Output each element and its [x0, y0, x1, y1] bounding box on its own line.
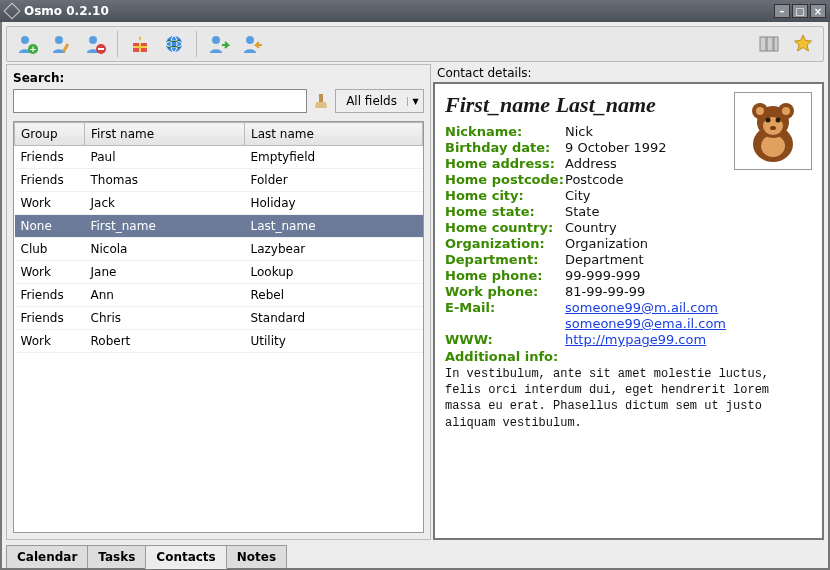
www-link[interactable]: http://mypage99.com — [565, 332, 706, 347]
contact-details-panel: First_name Last_name Nickname:NickBirthd… — [433, 82, 824, 540]
table-row[interactable]: WorkJaneLookup — [15, 261, 423, 284]
tab-contacts[interactable]: Contacts — [145, 545, 226, 569]
maximize-button[interactable]: □ — [792, 4, 808, 18]
add-contact-button[interactable]: + — [13, 30, 41, 58]
detail-label: Home city: — [445, 188, 565, 203]
columns-button[interactable] — [755, 30, 783, 58]
svg-rect-4 — [62, 43, 69, 52]
field-filter-dropdown[interactable]: All fields ▼ — [335, 89, 424, 113]
remove-contact-button[interactable] — [81, 30, 109, 58]
contacts-table[interactable]: Group First name Last name FriendsPaulEm… — [13, 121, 424, 533]
birthday-button[interactable] — [126, 30, 154, 58]
detail-value: City — [565, 188, 812, 203]
detail-value: 81-99-99-99 — [565, 284, 812, 299]
tab-calendar[interactable]: Calendar — [6, 545, 88, 568]
table-row[interactable]: FriendsChrisStandard — [15, 307, 423, 330]
svg-point-28 — [766, 118, 771, 123]
minimize-button[interactable]: – — [774, 4, 790, 18]
col-first[interactable]: First name — [85, 123, 245, 146]
svg-text:+: + — [29, 44, 37, 54]
web-button[interactable] — [160, 30, 188, 58]
detail-label: Organization: — [445, 236, 565, 251]
svg-point-15 — [246, 36, 254, 44]
window-title: Osmo 0.2.10 — [24, 4, 772, 18]
svg-rect-16 — [760, 37, 766, 51]
contacts-list-pane: Search: All fields ▼ Group First name La… — [6, 64, 431, 540]
svg-point-0 — [21, 36, 29, 44]
detail-label: WWW: — [445, 332, 565, 347]
table-row[interactable]: FriendsAnnRebel — [15, 284, 423, 307]
tab-notes[interactable]: Notes — [226, 545, 287, 568]
detail-label: Home postcode: — [445, 172, 565, 187]
col-group[interactable]: Group — [15, 123, 85, 146]
tab-tasks[interactable]: Tasks — [87, 545, 146, 568]
search-input[interactable] — [13, 89, 307, 113]
detail-value: Postcode — [565, 172, 812, 187]
table-row[interactable]: FriendsPaulEmptyfield — [15, 146, 423, 169]
table-row[interactable]: FriendsThomasFolder — [15, 169, 423, 192]
detail-label: E-Mail: — [445, 300, 565, 315]
svg-point-11 — [166, 36, 182, 52]
detail-label: Home state: — [445, 204, 565, 219]
col-last[interactable]: Last name — [245, 123, 423, 146]
email-link[interactable]: someone99@ema.il.com — [565, 316, 726, 331]
detail-value: Department — [565, 252, 812, 267]
table-row[interactable]: WorkRobertUtility — [15, 330, 423, 353]
detail-value: someone99@m.ail.com — [565, 300, 812, 315]
svg-point-5 — [89, 36, 97, 44]
svg-point-29 — [776, 118, 781, 123]
avatar — [734, 92, 812, 170]
field-filter-label: All fields — [336, 94, 407, 108]
detail-label: Nickname: — [445, 124, 565, 139]
svg-rect-17 — [767, 37, 773, 51]
additional-info-label: Additional info: — [445, 349, 812, 364]
svg-point-21 — [761, 135, 785, 157]
export-button[interactable] — [239, 30, 267, 58]
svg-point-30 — [770, 126, 776, 130]
window-menu-icon[interactable] — [4, 3, 21, 20]
svg-point-14 — [212, 36, 220, 44]
detail-label: Work phone: — [445, 284, 565, 299]
table-row[interactable]: ClubNicolaLazybear — [15, 238, 423, 261]
svg-rect-10 — [139, 43, 141, 52]
toolbar: + — [6, 26, 824, 62]
window-titlebar: Osmo 0.2.10 – □ × — [0, 0, 830, 22]
svg-rect-7 — [98, 48, 104, 50]
detail-value: State — [565, 204, 812, 219]
svg-rect-18 — [774, 37, 778, 51]
detail-value: Country — [565, 220, 812, 235]
detail-label: Home phone: — [445, 268, 565, 283]
detail-label: Home address: — [445, 156, 565, 171]
chevron-down-icon: ▼ — [407, 97, 423, 106]
email-link[interactable]: someone99@m.ail.com — [565, 300, 718, 315]
clear-search-button[interactable] — [311, 91, 331, 111]
detail-value: Organization — [565, 236, 812, 251]
svg-point-26 — [782, 107, 790, 115]
import-button[interactable] — [205, 30, 233, 58]
detail-label: Home country: — [445, 220, 565, 235]
detail-value: 99-999-999 — [565, 268, 812, 283]
detail-label: Birthday date: — [445, 140, 565, 155]
svg-point-25 — [756, 107, 764, 115]
table-row[interactable]: WorkJackHoliday — [15, 192, 423, 215]
detail-label: Department: — [445, 252, 565, 267]
edit-contact-button[interactable] — [47, 30, 75, 58]
table-row[interactable]: NoneFirst_nameLast_name — [15, 215, 423, 238]
svg-point-3 — [55, 36, 63, 44]
details-panel-label: Contact details: — [433, 64, 824, 82]
bottom-tabs: CalendarTasksContactsNotes — [6, 542, 824, 568]
svg-rect-19 — [319, 94, 323, 102]
search-label: Search: — [13, 71, 424, 85]
close-button[interactable]: × — [810, 4, 826, 18]
additional-info-text: In vestibulum, ante sit amet molestie lu… — [445, 366, 805, 431]
star-button[interactable] — [789, 30, 817, 58]
